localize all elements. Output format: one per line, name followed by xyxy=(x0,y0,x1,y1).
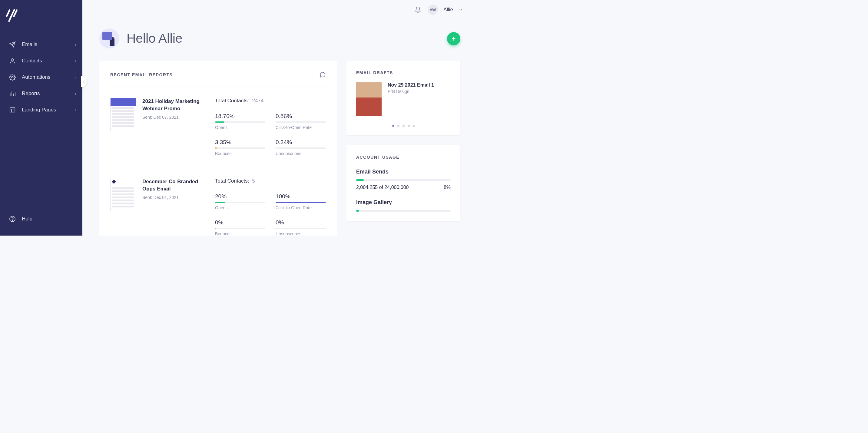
gear-icon xyxy=(8,73,17,81)
sidebar-item-contacts[interactable]: Contacts › xyxy=(0,53,82,69)
contacts-label: Total Contacts: xyxy=(215,178,249,184)
main: Hello Allie RECENT EMAIL REPORTS 2021 Ho… xyxy=(82,20,472,236)
stat-bounces: 0% Bounces xyxy=(215,219,265,236)
stat-value: 0% xyxy=(215,219,265,226)
sidebar-item-landing-pages[interactable]: Landing Pages › xyxy=(0,102,82,118)
email-thumbnail[interactable] xyxy=(110,178,136,211)
stat-value: 18.76% xyxy=(215,113,265,120)
stat-unsubs: 0.24% Unsubscribes xyxy=(276,139,326,156)
stat-bar xyxy=(215,121,265,123)
bar-chart-icon xyxy=(8,90,17,97)
stat-label: Opens xyxy=(215,125,265,130)
report-title[interactable]: December Co-Branded Opps Email xyxy=(142,178,209,193)
stat-opens: 18.76% Opens xyxy=(215,113,265,130)
usage-label: Image Gallery xyxy=(356,199,451,206)
stat-bar xyxy=(215,148,265,149)
sidebar-item-label: Contacts xyxy=(22,58,42,64)
sidebar-item-label: Automations xyxy=(22,74,51,80)
stat-value: 0% xyxy=(276,219,326,226)
edit-design-link[interactable]: Edit Design xyxy=(388,89,434,94)
logo[interactable] xyxy=(0,0,82,36)
carousel-dot[interactable] xyxy=(403,125,405,127)
layout-icon xyxy=(8,106,17,114)
stat-value: 0.86% xyxy=(276,113,326,120)
greeting-illustration xyxy=(99,28,119,49)
stat-value: 0.24% xyxy=(276,139,326,146)
section-title: RECENT EMAIL REPORTS xyxy=(110,72,173,77)
stat-bar xyxy=(215,228,265,229)
carousel-dot[interactable] xyxy=(408,125,410,127)
user-menu-toggle[interactable] xyxy=(459,7,463,12)
email-thumbnail[interactable] xyxy=(110,98,136,131)
stat-value: 20% xyxy=(215,193,265,200)
stat-bar xyxy=(276,121,326,123)
topbar: AW Allie xyxy=(82,0,472,20)
contacts-label: Total Contacts: xyxy=(215,98,249,104)
stat-label: Unsubscribes xyxy=(276,231,326,236)
contacts-value: 2474 xyxy=(252,98,264,104)
stat-unsubs: 0% Unsubscribes xyxy=(276,219,326,236)
report-sent-date: Sent: Dec 07, 2021 xyxy=(142,115,209,120)
email-sends-bar xyxy=(356,179,451,181)
notifications-button[interactable] xyxy=(414,5,422,14)
chevron-right-icon: › xyxy=(75,75,76,80)
report-row: 2021 Holiday Marketing Webinar Promo Sen… xyxy=(110,87,326,167)
sidebar-item-help[interactable]: Help xyxy=(0,211,82,227)
logo-icon xyxy=(7,8,20,24)
stat-label: Opens xyxy=(215,205,265,210)
carousel-dot[interactable] xyxy=(397,125,400,127)
draft-thumbnail[interactable] xyxy=(356,82,382,116)
report-sent-date: Sent: Dec 01, 2021 xyxy=(142,195,209,200)
person-icon xyxy=(8,57,17,65)
usage-label: Email Sends xyxy=(356,169,451,175)
help-label: Help xyxy=(22,216,32,222)
help-icon xyxy=(8,215,17,223)
stat-bar xyxy=(215,202,265,203)
email-drafts-card: EMAIL DRAFTS Nov 29 2021 Email 1 Edit De… xyxy=(346,61,460,135)
svg-point-1 xyxy=(11,76,13,78)
sidebar-item-label: Emails xyxy=(22,41,37,48)
sidebar-item-automations[interactable]: Automations › xyxy=(0,69,82,85)
stat-label: Click-to-Open Rate xyxy=(276,205,326,210)
carousel-dots xyxy=(356,125,451,127)
chevron-right-icon: › xyxy=(75,42,76,47)
stat-bar xyxy=(276,228,326,229)
greeting-text: Hello Allie xyxy=(127,31,182,46)
image-gallery-bar xyxy=(356,210,451,212)
sidebar-item-reports[interactable]: Reports › xyxy=(0,85,82,102)
stat-opens: 20% Opens xyxy=(215,193,265,210)
sidebar-item-label: Reports xyxy=(22,91,40,97)
svg-point-4 xyxy=(12,220,13,221)
stat-label: Click-to-Open Rate xyxy=(276,125,326,130)
stat-bounces: 3.35% Bounces xyxy=(215,139,265,156)
svg-point-0 xyxy=(11,59,13,61)
recent-reports-card: RECENT EMAIL REPORTS 2021 Holiday Market… xyxy=(99,61,337,236)
section-title: EMAIL DRAFTS xyxy=(356,70,451,75)
sidebar-item-emails[interactable]: Emails › xyxy=(0,36,82,53)
contacts-value: 5 xyxy=(252,178,255,184)
stat-value: 3.35% xyxy=(215,139,265,146)
report-title[interactable]: 2021 Holiday Marketing Webinar Promo xyxy=(142,98,209,112)
paper-plane-icon xyxy=(8,40,17,49)
sidebar-item-label: Landing Pages xyxy=(22,107,56,113)
section-title: ACCOUNT USAGE xyxy=(356,155,451,160)
draft-title: Nov 29 2021 Email 1 xyxy=(388,82,434,88)
stat-ctor: 0.86% Click-to-Open Rate xyxy=(276,113,326,130)
carousel-dot[interactable] xyxy=(392,125,394,127)
comment-icon[interactable] xyxy=(319,71,326,78)
stat-label: Bounces xyxy=(215,231,265,236)
email-sends-text: 2,004,255 of 24,000,000 xyxy=(356,185,409,190)
stat-value: 100% xyxy=(276,193,326,200)
stat-ctor: 100% Click-to-Open Rate xyxy=(276,193,326,210)
avatar[interactable]: AW xyxy=(428,4,438,15)
stat-label: Bounces xyxy=(215,151,265,156)
account-usage-card: ACCOUNT USAGE Email Sends 2,004,255 of 2… xyxy=(346,145,460,221)
nav: Emails › Contacts › Automations › Report… xyxy=(0,36,82,118)
chevron-right-icon: › xyxy=(75,91,76,96)
carousel-dot[interactable] xyxy=(413,125,415,127)
create-button[interactable] xyxy=(447,32,460,45)
stat-label: Unsubscribes xyxy=(276,151,326,156)
chevron-right-icon: › xyxy=(75,58,76,63)
stat-bar xyxy=(276,148,326,149)
svg-rect-2 xyxy=(10,108,15,112)
